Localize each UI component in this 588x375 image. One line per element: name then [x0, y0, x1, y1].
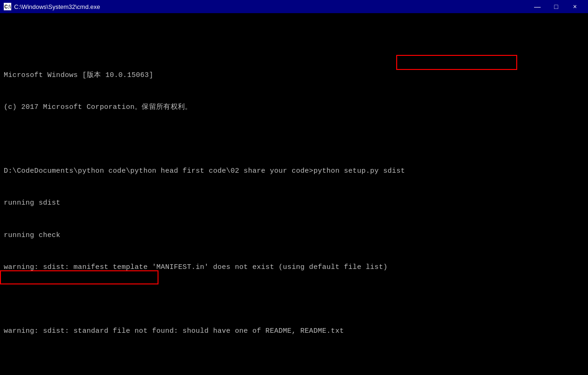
line-blank-3	[4, 358, 584, 368]
line-4: running check	[4, 230, 584, 241]
restore-button[interactable]: □	[547, 1, 565, 12]
line-blank-2	[4, 294, 584, 305]
line-5: warning: sdist: manifest template 'MANIF…	[4, 262, 584, 273]
title-bar-controls: — □ ×	[528, 1, 584, 12]
highlight-box-command-1	[396, 55, 517, 70]
terminal-body: Microsoft Windows [版本 10.0.15063] (c) 20…	[0, 13, 588, 375]
cmd-icon: C:\	[4, 3, 11, 10]
line-blank-1	[4, 134, 584, 145]
window: C:\ C:\Windows\System32\cmd.exe — □ × Mi…	[0, 0, 588, 375]
line-2: D:\CodeDocuments\python code\python head…	[4, 166, 584, 176]
close-button[interactable]: ×	[565, 1, 584, 12]
line-1: (c) 2017 Microsoft Corporation。保留所有权利。	[4, 102, 584, 113]
title-bar-left: C:\ C:\Windows\System32\cmd.exe	[4, 3, 100, 10]
minimize-button[interactable]: —	[528, 1, 547, 12]
line-0: Microsoft Windows [版本 10.0.15063]	[4, 70, 584, 81]
window-title: C:\Windows\System32\cmd.exe	[14, 3, 100, 10]
highlight-box-command-2	[0, 270, 158, 284]
line-3: running sdist	[4, 198, 584, 208]
title-bar: C:\ C:\Windows\System32\cmd.exe — □ ×	[0, 0, 588, 13]
line-6: warning: sdist: standard file not found:…	[4, 326, 584, 337]
